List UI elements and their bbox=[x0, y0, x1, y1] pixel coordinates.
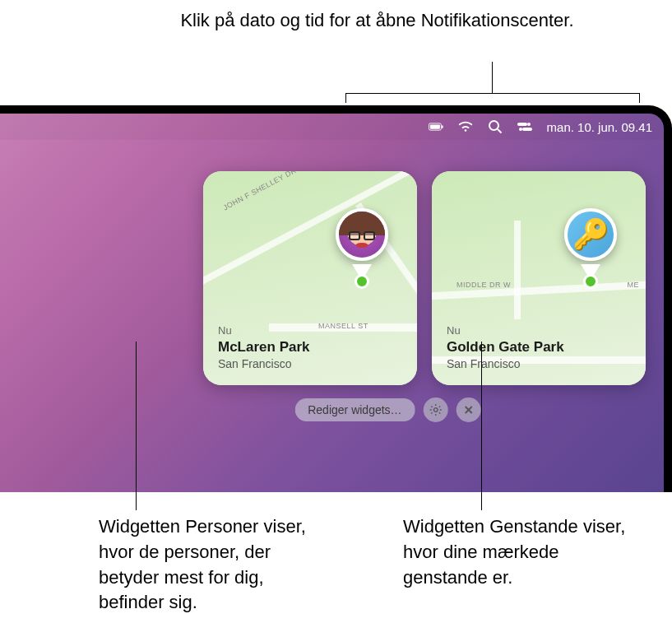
device-screen: man. 10. jun. 09.41 JOHN F SHELLEY DR MA… bbox=[0, 114, 664, 492]
svg-rect-2 bbox=[442, 125, 443, 128]
menubar-datetime[interactable]: man. 10. jun. 09.41 bbox=[547, 120, 652, 134]
svg-rect-5 bbox=[517, 123, 527, 126]
gear-icon bbox=[429, 403, 443, 416]
road-label: ME bbox=[628, 281, 640, 289]
road-label: JOHN F SHELLEY DR bbox=[222, 171, 298, 212]
widget-people[interactable]: JOHN F SHELLEY DR MANSELL ST Nu McLaren … bbox=[203, 171, 417, 385]
road-label: MANSELL ST bbox=[318, 322, 368, 330]
svg-line-4 bbox=[498, 129, 502, 133]
svg-rect-8 bbox=[522, 128, 532, 131]
key-icon: 🔑 bbox=[572, 217, 609, 252]
callout-top-text: Klik på dato og tid for at åbne Notifika… bbox=[180, 10, 573, 30]
widget-place: McLaren Park bbox=[218, 339, 310, 356]
control-center-icon[interactable] bbox=[517, 119, 532, 135]
svg-point-7 bbox=[519, 128, 522, 131]
widget-controls: Rediger widgets… bbox=[294, 398, 480, 422]
callout-line-left bbox=[136, 342, 137, 510]
widget-time-label: Nu bbox=[218, 324, 310, 337]
callout-bottom-right-text: Widgetten Genstande viser, hvor dine mær… bbox=[403, 516, 625, 588]
road-label: MIDDLE DR W bbox=[456, 281, 511, 289]
svg-point-6 bbox=[527, 123, 531, 126]
edit-widgets-button[interactable]: Rediger widgets… bbox=[294, 398, 415, 421]
close-icon bbox=[462, 403, 475, 416]
wifi-icon[interactable] bbox=[458, 119, 473, 135]
callout-bottom-right: Widgetten Genstande viser, hvor dine mær… bbox=[403, 514, 633, 590]
callout-bottom-left: Widgetten Personer viser, hvor de person… bbox=[99, 514, 329, 616]
device-frame: man. 10. jun. 09.41 JOHN F SHELLEY DR MA… bbox=[0, 105, 672, 492]
close-button[interactable] bbox=[456, 398, 481, 422]
widgets-container: JOHN F SHELLEY DR MANSELL ST Nu McLaren … bbox=[203, 171, 646, 385]
callout-top: Klik på dato og tid for at åbne Notifika… bbox=[148, 8, 606, 33]
widget-city: San Francisco bbox=[447, 357, 564, 370]
widget-items-info: Nu Golden Gate Park San Francisco bbox=[447, 324, 564, 370]
svg-rect-1 bbox=[429, 124, 439, 128]
callout-bracket bbox=[345, 62, 640, 103]
widget-time-label: Nu bbox=[447, 324, 564, 337]
widget-items[interactable]: MIDDLE DR W ME 🔑 Nu Golden Gate Park San… bbox=[432, 171, 646, 385]
widget-place: Golden Gate Park bbox=[447, 339, 564, 356]
widget-city: San Francisco bbox=[218, 357, 310, 370]
widget-people-info: Nu McLaren Park San Francisco bbox=[218, 324, 310, 370]
battery-icon[interactable] bbox=[429, 119, 443, 135]
callout-bottom-left-text: Widgetten Personer viser, hvor de person… bbox=[99, 516, 306, 612]
svg-point-9 bbox=[433, 408, 438, 412]
search-icon[interactable] bbox=[488, 119, 503, 135]
widget-items-pin: 🔑 bbox=[564, 208, 617, 261]
menu-bar: man. 10. jun. 09.41 bbox=[0, 114, 664, 140]
avatar-icon bbox=[339, 212, 385, 258]
callout-line-right bbox=[481, 342, 482, 510]
settings-button[interactable] bbox=[424, 398, 448, 422]
svg-point-3 bbox=[489, 121, 498, 130]
edit-widgets-label: Rediger widgets… bbox=[308, 403, 401, 416]
widget-people-pin bbox=[336, 208, 388, 261]
